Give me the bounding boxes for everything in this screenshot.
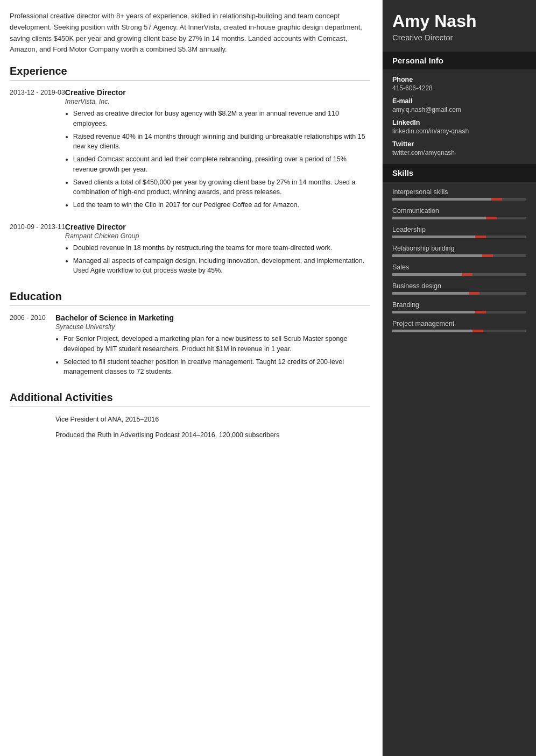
experience-title: Experience <box>10 65 370 81</box>
experience-item: 2010-09 - 2013-11Creative DirectorRampan… <box>10 223 370 279</box>
activities-title: Additional Activities <box>10 391 370 407</box>
skill-bar-bg <box>392 311 526 313</box>
skill-item: Interpersonal skills <box>392 188 526 201</box>
exp-bullet: Led the team to win the Clio in 2017 for… <box>73 200 370 210</box>
edu-bullet: For Senior Project, developed a marketin… <box>64 334 370 354</box>
skill-name: Branding <box>392 301 526 309</box>
skills-section: Interpersonal skillsCommunicationLeaders… <box>383 188 536 346</box>
skill-bar-bg <box>392 330 526 332</box>
skill-bar-accent <box>472 330 483 332</box>
skill-bar-bg <box>392 254 526 257</box>
activities-list: Vice President of ANA, 2015–2016Produced… <box>10 415 370 440</box>
skill-bar-fill <box>392 236 475 238</box>
skill-bar-accent <box>491 198 502 201</box>
skill-bar-accent <box>486 217 497 219</box>
exp-bullet: Raised revenue 40% in 14 months through … <box>73 132 370 152</box>
exp-bullet: Saved clients a total of $450,000 per ye… <box>73 177 370 198</box>
activity-item: Produced the Ruth in Advertising Podcast… <box>55 430 370 440</box>
email-value: amy.q.nash@gmail.com <box>392 106 526 113</box>
skill-bar-fill <box>392 330 472 332</box>
skill-bar-accent <box>469 292 479 295</box>
skills-section-title: Skills <box>383 164 536 182</box>
skill-item: Relationship building <box>392 245 526 257</box>
skill-name: Leadership <box>392 226 526 233</box>
skill-bar-fill <box>392 254 482 257</box>
skill-name: Sales <box>392 263 526 271</box>
skill-item: Project management <box>392 320 526 332</box>
edu-dates: 2006 - 2010 <box>10 313 55 380</box>
personal-info: Phone 415-606-4228 E-mail amy.q.nash@gma… <box>383 76 536 164</box>
exp-dates: 2013-12 - 2019-03 <box>10 88 65 213</box>
exp-bullet: Managed all aspects of campaign design, … <box>73 256 370 276</box>
skill-name: Relationship building <box>392 245 526 252</box>
exp-bullet: Served as creative director for busy age… <box>73 109 370 129</box>
skill-bar-bg <box>392 292 526 295</box>
skill-bar-bg <box>392 273 526 276</box>
exp-bullets: Served as creative director for busy age… <box>65 109 370 210</box>
education-title: Education <box>10 290 370 306</box>
exp-bullets: Doubled revenue in 18 months by restruct… <box>65 243 370 276</box>
education-section: Education 2006 - 2010Bachelor of Science… <box>10 290 370 380</box>
edu-bullets: For Senior Project, developed a marketin… <box>55 334 370 377</box>
profile-title: Creative Director <box>392 33 526 42</box>
profile-header: Amy Nash Creative Director <box>383 0 536 52</box>
exp-content: Creative DirectorRampant Chicken GroupDo… <box>65 223 370 279</box>
experience-item: 2013-12 - 2019-03Creative DirectorInnerV… <box>10 88 370 213</box>
exp-dates: 2010-09 - 2013-11 <box>10 223 65 279</box>
left-column: Professional creative director with 8+ y… <box>0 0 383 756</box>
skill-item: Communication <box>392 207 526 219</box>
exp-content: Creative DirectorInnerVista, Inc.Served … <box>65 88 370 213</box>
phone-value: 415-606-4228 <box>392 84 526 92</box>
skill-bar-bg <box>392 236 526 238</box>
skill-name: Interpersonal skills <box>392 188 526 196</box>
personal-info-section-title: Personal Info <box>383 52 536 69</box>
edu-school: Syracuse University <box>55 323 370 331</box>
skill-bar-accent <box>482 254 493 257</box>
exp-job-title: Creative Director <box>65 223 370 231</box>
linkedin-value: linkedin.com/in/amy-qnash <box>392 127 526 135</box>
twitter-label: Twitter <box>392 140 526 148</box>
linkedin-label: LinkedIn <box>392 119 526 126</box>
experience-list: 2013-12 - 2019-03Creative DirectorInnerV… <box>10 88 370 279</box>
twitter-value: twitter.com/amyqnash <box>392 149 526 156</box>
edu-degree: Bachelor of Science in Marketing <box>55 313 370 322</box>
activity-item: Vice President of ANA, 2015–2016 <box>55 415 370 425</box>
edu-bullet: Selected to fill student teacher positio… <box>64 357 370 377</box>
skill-name: Project management <box>392 320 526 327</box>
exp-bullet: Doubled revenue in 18 months by restruct… <box>73 243 370 253</box>
skill-bar-bg <box>392 217 526 219</box>
skill-item: Branding <box>392 301 526 313</box>
skill-bar-accent <box>462 273 472 276</box>
skill-bar-accent <box>475 311 486 313</box>
summary-text: Professional creative director with 8+ y… <box>10 11 370 55</box>
exp-company: Rampant Chicken Group <box>65 232 370 240</box>
skill-bar-bg <box>392 198 526 201</box>
education-list: 2006 - 2010Bachelor of Science in Market… <box>10 313 370 380</box>
profile-name: Amy Nash <box>392 12 526 31</box>
email-label: E-mail <box>392 97 526 105</box>
skill-bar-fill <box>392 292 469 295</box>
exp-company: InnerVista, Inc. <box>65 98 370 105</box>
phone-label: Phone <box>392 76 526 83</box>
skills-list: Interpersonal skillsCommunicationLeaders… <box>392 188 526 332</box>
skill-name: Communication <box>392 207 526 215</box>
exp-job-title: Creative Director <box>65 88 370 97</box>
skill-bar-fill <box>392 198 491 201</box>
education-item: 2006 - 2010Bachelor of Science in Market… <box>10 313 370 380</box>
skill-item: Leadership <box>392 226 526 238</box>
experience-section: Experience 2013-12 - 2019-03Creative Dir… <box>10 65 370 279</box>
skill-item: Business design <box>392 282 526 295</box>
skill-bar-fill <box>392 273 462 276</box>
skill-name: Business design <box>392 282 526 290</box>
exp-bullet: Landed Comcast account and led their com… <box>73 154 370 175</box>
edu-content: Bachelor of Science in MarketingSyracuse… <box>55 313 370 380</box>
activities-section: Additional Activities Vice President of … <box>10 391 370 440</box>
skill-bar-fill <box>392 217 486 219</box>
skill-bar-fill <box>392 311 475 313</box>
skill-item: Sales <box>392 263 526 276</box>
right-column: Amy Nash Creative Director Personal Info… <box>383 0 536 756</box>
skill-bar-accent <box>475 236 486 238</box>
